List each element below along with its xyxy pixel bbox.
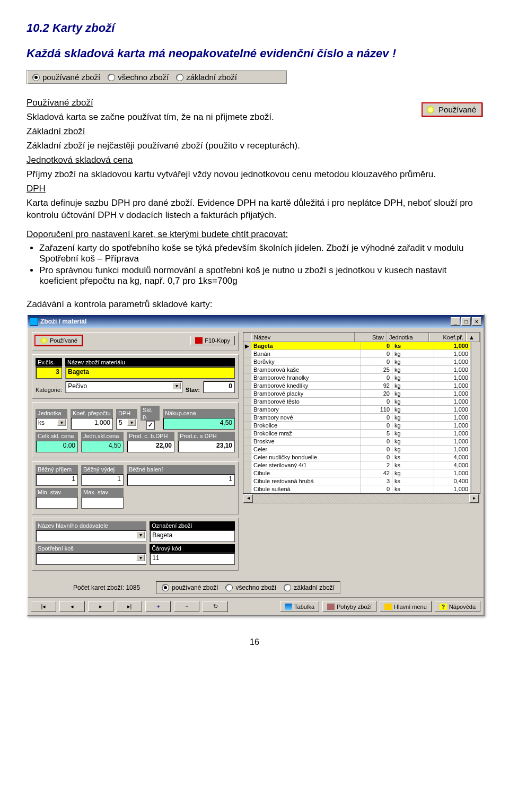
record-count: Počet karet zboží: 1085 (73, 584, 140, 591)
table-row[interactable]: Cibule sušená0ks1,000 (243, 485, 471, 493)
th-jednotka[interactable]: Jednotka (387, 333, 429, 342)
nav-first[interactable]: |◂ (31, 601, 56, 612)
table-row[interactable]: Bramborová kaše25kg1,000 (243, 366, 471, 374)
nav-prev[interactable]: ◂ (59, 601, 85, 612)
minimize-button[interactable]: _ (451, 317, 460, 326)
app-window: Zboží / materiál _ □ × Používané F10-Kop… (27, 314, 485, 616)
table-row[interactable]: Bramborové knedlíky92kg1,000 (243, 382, 471, 390)
th-koef[interactable]: Koef.př. (429, 333, 466, 342)
copy-button[interactable]: F10-Kopy (190, 336, 235, 345)
field-stav: 0 (203, 381, 235, 393)
footer-radio-all[interactable]: všechno zboží (225, 584, 276, 591)
field-prodsd[interactable]: 23,10 (178, 440, 235, 452)
table-row[interactable]: Brambory110kg1,000 (243, 406, 471, 414)
btn-pohyby[interactable]: Pohyby zboží (322, 601, 376, 612)
field-bprij[interactable]: 1 (36, 474, 78, 486)
btn-tabulka[interactable]: Tabulka (280, 601, 319, 612)
horizontal-scrollbar[interactable]: ◂ ▸ (243, 494, 479, 503)
hscroll-left[interactable]: ◂ (243, 494, 253, 503)
cell-stav: 110 (361, 406, 392, 413)
table-row[interactable]: Borůvky0kg1,000 (243, 358, 471, 366)
table-row[interactable]: Brokolice0kg1,000 (243, 422, 471, 430)
cell-koef: 1,000 (434, 485, 471, 493)
field-bvyd[interactable]: 1 (81, 474, 124, 486)
field-dodav[interactable] (36, 530, 146, 542)
table-row[interactable]: Banán0kg1,000 (243, 350, 471, 358)
table-row[interactable]: Brokolice mraž5kg1,000 (243, 430, 471, 438)
cell-jednotka: kg (392, 446, 434, 453)
radio-used[interactable]: používané zboží (32, 73, 100, 82)
p3-body: Příjmy zboží na skladovou kartu vytvářej… (27, 169, 482, 181)
lbl-bbal: Běžné balení (127, 465, 235, 474)
radio-all[interactable]: všechno zboží (108, 73, 169, 82)
cell-jednotka: kg (392, 406, 434, 413)
used-filter-button[interactable]: Používané (36, 336, 82, 345)
vertical-scrollbar[interactable] (471, 342, 480, 493)
field-nakup[interactable]: 4,50 (163, 417, 235, 430)
nav-delete[interactable]: － (174, 601, 199, 612)
cell-koef: 0,400 (434, 477, 471, 485)
th-nazev[interactable]: Název (251, 333, 355, 342)
lbl-maxst: Max. stav (81, 488, 124, 496)
table-row[interactable]: Bramborové těsto0kg1,000 (243, 398, 471, 406)
cell-stav: 0 (361, 446, 392, 453)
footer-radio-used[interactable]: používané zboží (162, 584, 218, 591)
table-row[interactable]: Celer sterilovaný 4/12ks4,000 (243, 461, 471, 469)
p2-head: Základní zboží (27, 126, 85, 136)
cell-stav: 42 (361, 469, 392, 477)
field-minst[interactable] (36, 496, 78, 509)
cell-koef: 1,000 (434, 414, 471, 421)
field-jednotka[interactable]: ks (36, 417, 67, 430)
th-scroll-up[interactable]: ▲ (466, 333, 480, 342)
hscroll-right[interactable]: ▸ (469, 494, 479, 503)
plus-icon (195, 337, 203, 344)
footer-radio-base[interactable]: základní zboží (284, 584, 335, 591)
nav-last[interactable]: ▸| (117, 601, 142, 612)
field-oznac[interactable]: Bageta (150, 530, 235, 542)
cell-jednotka: kg (392, 430, 434, 437)
chk-sklp[interactable] (146, 421, 155, 430)
nav-refresh[interactable]: ↻ (203, 601, 228, 612)
list-icon (327, 604, 335, 610)
cell-koef: 4,000 (434, 453, 471, 461)
radio-base[interactable]: základní zboží (176, 73, 237, 82)
table-row[interactable]: Bramborové placky20kg1,000 (243, 390, 471, 398)
close-button[interactable]: × (472, 317, 481, 326)
cell-jednotka: kg (392, 414, 434, 421)
cell-jednotka: ks (392, 461, 434, 469)
field-nazev[interactable]: Bageta (65, 366, 235, 379)
cell-stav: 5 (361, 430, 392, 437)
table-row[interactable]: Cibule restovaná hrubá3ks0,400 (243, 477, 471, 485)
field-koef[interactable]: 1,000 (71, 417, 113, 430)
field-maxst[interactable] (81, 496, 124, 509)
goods-table: Název Stav Jednotka Koef.př. ▲ ▶Bageta0k… (243, 332, 480, 494)
nav-add[interactable]: ＋ (145, 601, 171, 612)
table-row[interactable]: ▶Bageta0ks1,000 (243, 342, 471, 350)
lbl-stav: Stav: (186, 387, 200, 393)
field-kategorie[interactable]: Pečivo (65, 381, 182, 393)
cell-nazev: Bramborové hranolky (251, 374, 361, 381)
field-evcis[interactable]: 3 (36, 366, 62, 379)
field-dph[interactable]: 5 (116, 417, 137, 430)
cell-nazev: Banán (251, 350, 361, 357)
field-ckod[interactable]: 11 (150, 553, 235, 565)
field-bbal[interactable]: 1 (127, 474, 235, 486)
table-row[interactable]: Brambory nové0kg1,000 (243, 414, 471, 422)
table-row[interactable]: Broskve0kg1,000 (243, 438, 471, 446)
field-spkos[interactable] (36, 553, 146, 565)
btn-napoveda[interactable]: ?Nápověda (435, 601, 480, 612)
cell-stav: 92 (361, 382, 392, 389)
cell-nazev: Bramborové knedlíky (251, 382, 361, 389)
cell-stav: 20 (361, 390, 392, 397)
th-stav[interactable]: Stav (355, 333, 387, 342)
nav-next[interactable]: ▸ (88, 601, 113, 612)
btn-hlavni[interactable]: Hlavní menu (380, 601, 432, 612)
table-row[interactable]: Bramborové hranolky0kg1,000 (243, 374, 471, 382)
field-prodbd[interactable]: 22,00 (127, 440, 174, 452)
table-row[interactable]: Celer0kg1,000 (243, 446, 471, 453)
cell-koef: 1,000 (434, 358, 471, 365)
table-row[interactable]: Celer nudličky bonduelle0ks4,000 (243, 453, 471, 461)
table-row[interactable]: Cibule42kg1,000 (243, 469, 471, 477)
lbl-jednskl: Jedn.skl.cena (81, 432, 124, 440)
maximize-button[interactable]: □ (461, 317, 471, 326)
